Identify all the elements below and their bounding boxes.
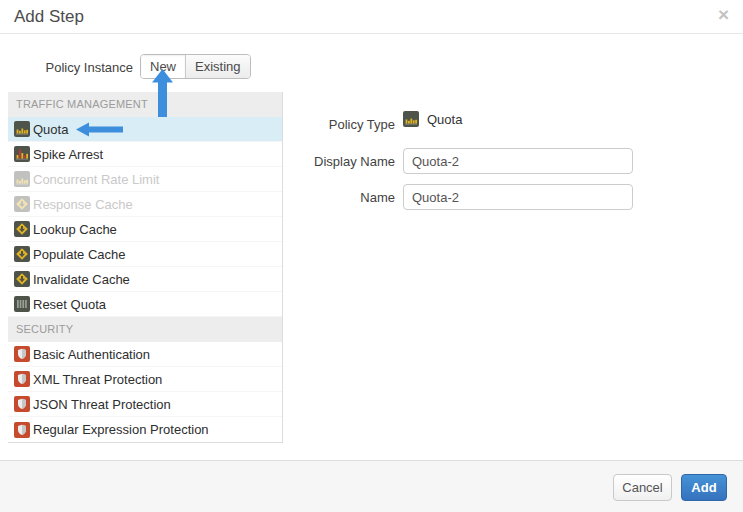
policy-item-spike-arrest[interactable]: Spike Arrest — [8, 142, 282, 167]
policy-item-label: Regular Expression Protection — [33, 422, 209, 437]
policy-type-value: Quota — [403, 111, 462, 127]
policy-item-invalidate-cache[interactable]: Invalidate Cache — [8, 267, 282, 292]
shield-icon — [14, 371, 30, 387]
quota-icon — [14, 121, 30, 137]
dialog-title: Add Step — [14, 7, 84, 27]
quota-icon — [403, 111, 419, 127]
policy-item-label: Lookup Cache — [33, 222, 117, 237]
cache-icon — [14, 246, 30, 262]
section-header-traffic-management: TRAFFIC MANAGEMENT — [8, 92, 282, 117]
policy-type-text: Quota — [427, 112, 462, 127]
policy-item-label: Response Cache — [33, 197, 133, 212]
add-button[interactable]: Add — [681, 474, 727, 501]
policy-item-label: Spike Arrest — [33, 147, 103, 162]
annotation-arrow-up-icon — [151, 69, 174, 121]
section-header-security: SECURITY — [8, 317, 282, 342]
policy-list: TRAFFIC MANAGEMENT Quota Spike Arrest Co… — [8, 92, 283, 443]
dialog-header: Add Step × — [0, 0, 743, 34]
policy-item-label: Invalidate Cache — [33, 272, 130, 287]
policy-item-label: XML Threat Protection — [33, 372, 162, 387]
policy-item-populate-cache[interactable]: Populate Cache — [8, 242, 282, 267]
shield-icon — [14, 346, 30, 362]
rate-limit-icon — [14, 171, 30, 187]
policy-item-label: Quota — [33, 122, 68, 137]
policy-item-reset-quota[interactable]: Reset Quota — [8, 292, 282, 317]
cache-icon — [14, 221, 30, 237]
policy-item-label: Reset Quota — [33, 297, 106, 312]
policy-item-xml-threat-protection[interactable]: XML Threat Protection — [8, 367, 282, 392]
existing-toggle-button[interactable]: Existing — [186, 55, 250, 78]
shield-icon — [14, 396, 30, 412]
reset-quota-icon — [14, 296, 30, 312]
policy-item-basic-authentication[interactable]: Basic Authentication — [8, 342, 282, 367]
policy-item-label: Concurrent Rate Limit — [33, 172, 159, 187]
policy-type-label: Policy Type — [280, 117, 395, 132]
policy-instance-label: Policy Instance — [0, 60, 133, 75]
annotation-arrow-left-icon — [76, 122, 123, 137]
policy-item-label: Basic Authentication — [33, 347, 150, 362]
cancel-button[interactable]: Cancel — [613, 474, 672, 501]
policy-item-response-cache: Response Cache — [8, 192, 282, 217]
policy-item-label: Populate Cache — [33, 247, 126, 262]
policy-item-concurrent-rate-limit: Concurrent Rate Limit — [8, 167, 282, 192]
dialog-footer: Cancel Add — [0, 460, 743, 512]
policy-item-label: JSON Threat Protection — [33, 397, 171, 412]
close-icon[interactable]: × — [718, 5, 729, 24]
shield-icon — [14, 422, 30, 438]
display-name-input[interactable] — [403, 148, 633, 174]
policy-item-quota[interactable]: Quota — [8, 117, 282, 142]
name-input[interactable] — [403, 184, 633, 210]
spike-arrest-icon — [14, 146, 30, 162]
name-label: Name — [280, 190, 395, 205]
display-name-label: Display Name — [280, 154, 395, 169]
policy-item-lookup-cache[interactable]: Lookup Cache — [8, 217, 282, 242]
add-step-dialog: Add Step × Policy Instance New Existing … — [0, 0, 743, 512]
cache-icon — [14, 196, 30, 212]
cache-icon — [14, 271, 30, 287]
policy-item-regular-expression-protection[interactable]: Regular Expression Protection — [8, 417, 282, 442]
policy-item-json-threat-protection[interactable]: JSON Threat Protection — [8, 392, 282, 417]
